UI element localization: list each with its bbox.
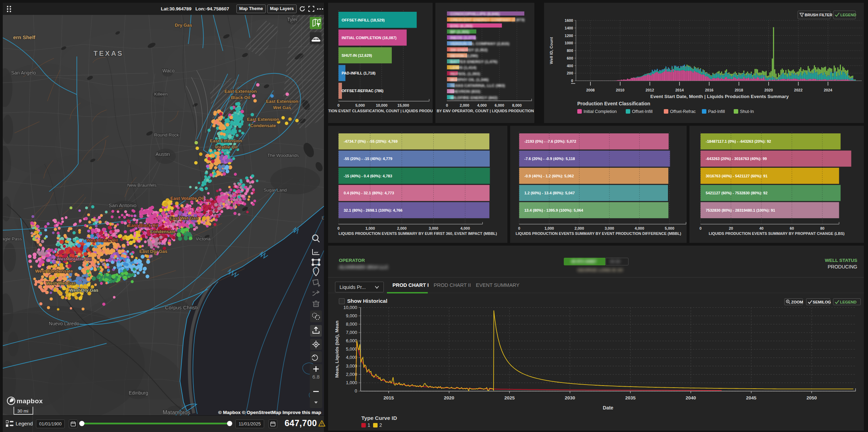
svg-text:mapbox: mapbox	[17, 397, 43, 405]
svg-text:Volatile Oil: Volatile Oil	[215, 144, 237, 150]
svg-text:2025: 2025	[504, 395, 515, 400]
svg-text:East Extension: East Extension	[247, 117, 279, 122]
svg-text:20: 20	[729, 226, 733, 230]
svg-text:East Black Oil: East Black Oil	[128, 223, 159, 228]
svg-text:8,000: 8,000	[512, 103, 522, 107]
svg-text:2016: 2016	[705, 88, 713, 92]
svg-text:BP (3,355): BP (3,355)	[450, 30, 470, 34]
svg-text:60: 60	[790, 226, 794, 230]
svg-text:2020: 2020	[444, 395, 454, 400]
svg-text:-55 (20%) - -15 (40%): 4,779: -55 (20%) - -15 (40%): 4,779	[344, 157, 392, 161]
svg-text:1: 1	[368, 422, 370, 428]
svg-text:3,000: 3,000	[429, 226, 438, 230]
svg-text:7532830 (80%) - 28319480.1 (10: 7532830 (80%) - 28319480.1 (100%): 91	[706, 208, 775, 212]
svg-text:Killeen: Killeen	[154, 91, 168, 97]
svg-text:Nuevo Laredo: Nuevo Laredo	[49, 321, 79, 326]
svg-text:Matamoros: Matamoros	[163, 409, 190, 415]
svg-text:13.4 (80%) - 1395.9 (100%): 5,: 13.4 (80%) - 1395.9 (100%): 5,064	[524, 208, 584, 212]
svg-text:CRESCENT ENERGY COMPANY (7,873: CRESCENT ENERGY COMPANY (7,873)	[450, 18, 525, 22]
svg-text:Condensate: Condensate	[250, 123, 276, 128]
svg-text:80: 80	[820, 226, 824, 230]
svg-text:5,000: 5,000	[665, 226, 675, 230]
svg-text:2040: 2040	[686, 395, 696, 400]
svg-text:0: 0	[355, 388, 357, 394]
svg-text:TEXAS: TEXAS	[93, 50, 124, 57]
svg-text:2024: 2024	[824, 88, 832, 92]
svg-text:Shut-In: Shut-In	[740, 109, 754, 114]
svg-text:EOG (6,293): EOG (6,293)	[450, 24, 473, 28]
svg-text:Tyler: Tyler	[287, 17, 298, 22]
svg-text:10,000: 10,000	[376, 103, 388, 107]
svg-text:Date: Date	[603, 405, 614, 411]
svg-text:1000: 1000	[565, 41, 573, 45]
svg-text:-7.6 (20%) - -0.9 (40%): 5,118: -7.6 (20%) - -0.9 (40%): 5,118	[524, 157, 575, 161]
svg-text:30 mi: 30 mi	[17, 408, 28, 414]
svg-text:4,000: 4,000	[477, 103, 487, 107]
svg-text:CONOCOPHILLIPS (8,846): CONOCOPHILLIPS (8,846)	[450, 12, 500, 16]
svg-text:0: 0	[337, 226, 340, 230]
svg-text:LIQUIDS PRODUCTION EVENTS SUMM: LIQUIDS PRODUCTION EVENTS SUMMARY BY PRO…	[709, 231, 845, 236]
svg-text:200: 200	[567, 71, 573, 75]
svg-text:2015: 2015	[383, 395, 394, 400]
svg-text:2012: 2012	[645, 88, 654, 92]
svg-text:1,000: 1,000	[544, 226, 554, 230]
svg-text:6,000: 6,000	[495, 103, 504, 107]
svg-text:Austin: Austin	[155, 151, 170, 157]
svg-text:9,000: 9,000	[346, 313, 357, 318]
svg-text:East Volatile Oil: East Volatile Oil	[170, 196, 204, 201]
svg-text:Victoria: Victoria	[196, 236, 211, 241]
svg-text:2014: 2014	[675, 88, 684, 92]
svg-text:2,000: 2,000	[346, 372, 357, 377]
svg-text:San Angelo: San Angelo	[11, 70, 36, 76]
svg-text:15,000: 15,000	[397, 103, 409, 107]
svg-text:2010: 2010	[616, 88, 624, 92]
svg-text:2,000: 2,000	[575, 226, 584, 230]
svg-text:East Extension: East Extension	[266, 99, 298, 104]
svg-text:2,000: 2,000	[397, 226, 407, 230]
svg-text:INITIAL COMPLETION (16,087): INITIAL COMPLETION (16,087)	[342, 36, 397, 40]
svg-text:Mean, Liquids (bbl), Mean: Mean, Liquids (bbl), Mean	[334, 321, 340, 378]
svg-text:0: 0	[518, 226, 520, 230]
svg-text:Condensate: Condensate	[150, 229, 175, 234]
svg-text:800: 800	[567, 49, 573, 53]
svg-text:CHEVRON (833): CHEVRON (833)	[450, 89, 481, 94]
svg-text:4,000: 4,000	[460, 226, 470, 230]
svg-text:Offset-Refrac: Offset-Refrac	[670, 109, 696, 114]
svg-text:-18487117.1 (0%) - -643263 (20: -18487117.1 (0%) - -643263 (20%): 92	[706, 139, 771, 143]
svg-text:LIQUIDS PRODUCTION EVENTS SUMM: LIQUIDS PRODUCTION EVENTS SUMMARY BY EVE…	[516, 231, 681, 236]
svg-text:-2193 (0%) - -7.6 (20%): 5,072: -2193 (0%) - -7.6 (20%): 5,072	[524, 139, 576, 143]
svg-text:Edinburg: Edinburg	[129, 390, 148, 396]
svg-text:WILDFIRE ENERGY (842): WILDFIRE ENERGY (842)	[450, 96, 498, 100]
svg-text:VERDUN OIL COMPANY (2,815): VERDUN OIL COMPANY (2,815)	[450, 42, 509, 46]
svg-text:East Extension: East Extension	[210, 138, 242, 143]
svg-text:4,000: 4,000	[346, 355, 357, 360]
svg-text:10,000: 10,000	[343, 305, 357, 310]
svg-text:2: 2	[379, 422, 382, 428]
svg-text:East Wet Gas: East Wet Gas	[170, 215, 198, 221]
svg-text:New Braunfels: New Braunfels	[127, 183, 157, 188]
svg-text:Event Start Date, Month | Liqu: Event Start Date, Month | Liquids Produc…	[650, 94, 789, 99]
svg-text:SHUT-IN (12,629): SHUT-IN (12,629)	[342, 53, 372, 58]
svg-text:LEWIS (1,414): LEWIS (1,414)	[450, 65, 477, 70]
svg-text:© Mapbox © OpenStreetMap Impr: © Mapbox © OpenStreetMap Improve this ma…	[218, 410, 321, 415]
svg-text:Eagle Pass: Eagle Pass	[3, 236, 22, 241]
svg-text:1,000: 1,000	[346, 380, 357, 385]
svg-text:1400: 1400	[565, 26, 573, 30]
svg-text:West Condensate: West Condensate	[35, 268, 73, 274]
svg-text:1,000: 1,000	[365, 226, 375, 230]
svg-text:BRUSH FILTER: BRUSH FILTER	[805, 13, 832, 17]
svg-text:San Antonio: San Antonio	[109, 202, 137, 208]
svg-text:INEOS (3,073): INEOS (3,073)	[450, 36, 477, 40]
svg-text:2022: 2022	[794, 88, 802, 92]
svg-text:Production Event Classificatio: Production Event Classification	[577, 101, 650, 106]
svg-text:8,000: 8,000	[346, 321, 357, 327]
svg-text:2030: 2030	[565, 395, 575, 400]
svg-text:600: 600	[567, 56, 573, 60]
svg-text:MURPHY OIL (1,346): MURPHY OIL (1,346)	[450, 78, 489, 82]
svg-text:LIQUIDS PRODUCTION EVENTS SUMM: LIQUIDS PRODUCTION EVENTS SUMMARY BY EUR…	[338, 231, 497, 236]
svg-text:-4734.7 (0%) - -55 (20%): 4,76: -4734.7 (0%) - -55 (20%): 4,769	[344, 139, 398, 143]
svg-text:0: 0	[337, 103, 340, 107]
svg-text:6,000: 6,000	[346, 338, 357, 343]
svg-text:1.2 (60%) - 13.4 (80%): 5,047: 1.2 (60%) - 13.4 (80%): 5,047	[524, 191, 575, 195]
svg-text:OFFSET-INFILL (18,529): OFFSET-INFILL (18,529)	[342, 18, 385, 22]
